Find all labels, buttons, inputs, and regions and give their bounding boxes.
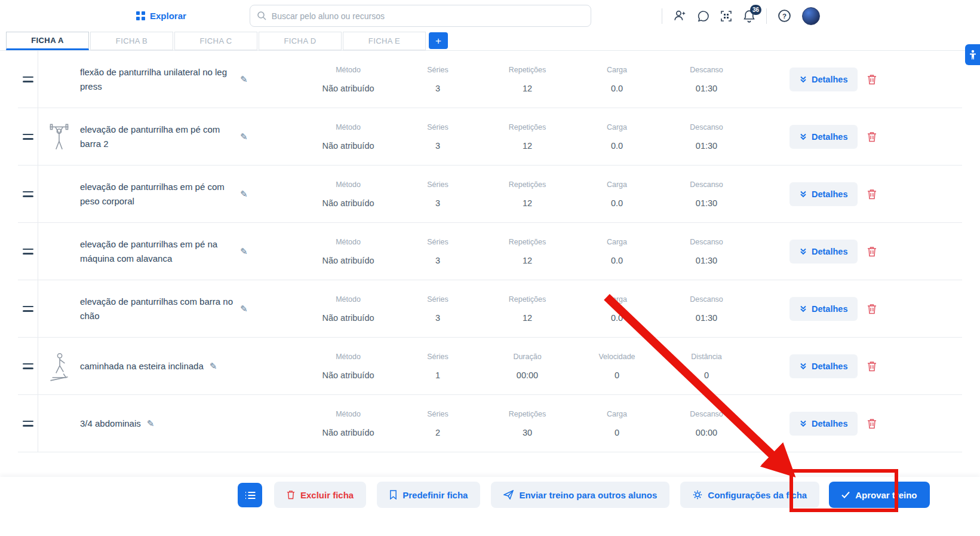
- field-label: Método: [336, 66, 361, 74]
- list-view-button[interactable]: [238, 483, 262, 507]
- field-value: 0.0: [611, 256, 623, 265]
- field: Distância0: [662, 353, 751, 380]
- svg-text:?: ?: [782, 13, 787, 20]
- field-value: 00:00: [517, 370, 538, 380]
- accessibility-widget[interactable]: [965, 44, 980, 65]
- exercise-name: flexão de panturrilha unilateral no leg …: [80, 65, 234, 93]
- drag-handle-icon[interactable]: [18, 338, 38, 394]
- details-button[interactable]: Detalhes: [789, 412, 858, 436]
- details-button[interactable]: Detalhes: [789, 125, 858, 149]
- chat-icon[interactable]: [698, 10, 709, 22]
- tab-ficha-e[interactable]: FICHA E: [343, 32, 426, 50]
- delete-sheet-button[interactable]: Excluir ficha: [274, 482, 366, 508]
- notifications-bell-icon[interactable]: 36: [743, 9, 755, 23]
- approve-training-button[interactable]: Aprovar treino: [829, 482, 929, 508]
- field-value: 12: [523, 198, 532, 208]
- details-button[interactable]: Detalhes: [789, 182, 858, 206]
- drag-handle-icon[interactable]: [18, 166, 38, 222]
- field: Séries3: [393, 66, 483, 93]
- edit-icon[interactable]: ✎: [240, 246, 248, 257]
- field-label: Séries: [427, 353, 448, 361]
- details-button[interactable]: Detalhes: [789, 297, 858, 321]
- approve-training-label: Aprovar treino: [855, 490, 917, 500]
- tab-ficha-d[interactable]: FICHA D: [259, 32, 342, 50]
- sheet-settings-button[interactable]: Configurações da ficha: [680, 482, 819, 508]
- delete-exercise-icon[interactable]: [867, 361, 877, 372]
- field: Repetições12: [483, 295, 572, 323]
- field: Séries2: [393, 410, 483, 437]
- delete-exercise-icon[interactable]: [867, 131, 877, 142]
- details-label: Detalhes: [812, 419, 847, 428]
- details-label: Detalhes: [812, 362, 847, 371]
- help-icon[interactable]: ?: [778, 9, 791, 23]
- field-value: 01:30: [696, 141, 717, 151]
- field: Carga0.0: [572, 295, 662, 323]
- edit-icon[interactable]: ✎: [210, 361, 217, 372]
- field-value: 01:30: [696, 313, 717, 323]
- preset-sheet-button[interactable]: Predefinir ficha: [377, 482, 480, 508]
- add-sheet-button[interactable]: +: [429, 32, 448, 49]
- edit-icon[interactable]: ✎: [240, 304, 248, 314]
- exercise-row: elevação de panturrilhas com barra no ch…: [18, 280, 962, 338]
- field-label: Repetições: [509, 180, 546, 189]
- divider: [662, 8, 662, 24]
- exercise-fields: MétodoNão atribuído Séries2 Repetições30…: [303, 410, 751, 437]
- qr-scan-icon[interactable]: [720, 10, 732, 22]
- field-label: Descanso: [690, 123, 723, 131]
- field: MétodoNão atribuído: [303, 238, 393, 265]
- drag-handle-icon[interactable]: [18, 51, 38, 108]
- field-value: 0.0: [611, 198, 623, 208]
- field-label: Descanso: [690, 180, 723, 189]
- details-button[interactable]: Detalhes: [789, 354, 858, 378]
- field: Velocidade0: [572, 353, 662, 380]
- field-value: 01:30: [696, 84, 717, 93]
- send-training-button[interactable]: Enviar treino para outros alunos: [491, 482, 669, 508]
- add-student-icon[interactable]: [673, 10, 687, 22]
- field-value: 12: [523, 313, 532, 323]
- field-label: Carga: [607, 180, 627, 189]
- edit-icon[interactable]: ✎: [240, 74, 248, 85]
- details-label: Detalhes: [812, 75, 847, 84]
- field-value: 12: [523, 141, 532, 151]
- field-label: Séries: [427, 238, 448, 246]
- chevron-double-down-icon: [800, 363, 807, 370]
- field: MétodoNão atribuído: [303, 410, 393, 437]
- search-bar: [250, 5, 591, 27]
- drag-handle-icon[interactable]: [18, 108, 38, 165]
- delete-exercise-icon[interactable]: [867, 418, 877, 429]
- delete-exercise-icon[interactable]: [867, 189, 877, 200]
- delete-exercise-icon[interactable]: [867, 74, 877, 85]
- details-button[interactable]: Detalhes: [789, 68, 858, 91]
- edit-icon[interactable]: ✎: [240, 131, 248, 142]
- delete-exercise-icon[interactable]: [867, 304, 877, 314]
- field: MétodoNão atribuído: [303, 180, 393, 208]
- field-label: Repetições: [509, 123, 546, 131]
- search-input[interactable]: [250, 5, 591, 27]
- accessibility-icon: [969, 50, 976, 60]
- field-label: Carga: [607, 410, 627, 418]
- drag-handle-icon[interactable]: [18, 223, 38, 280]
- tab-ficha-b[interactable]: FICHA B: [90, 32, 173, 50]
- edit-icon[interactable]: ✎: [240, 189, 248, 200]
- field-value: 1: [435, 370, 440, 380]
- user-avatar[interactable]: [802, 7, 820, 25]
- chevron-double-down-icon: [800, 76, 807, 83]
- search-icon: [257, 11, 266, 20]
- details-button[interactable]: Detalhes: [789, 240, 858, 264]
- field: Repetições30: [483, 410, 572, 437]
- drag-handle-icon[interactable]: [18, 280, 38, 337]
- tab-ficha-c[interactable]: FICHA C: [174, 32, 257, 50]
- details-label: Detalhes: [812, 189, 847, 199]
- drag-handle-icon[interactable]: [18, 395, 38, 452]
- field: Descanso01:30: [662, 180, 751, 208]
- chevron-double-down-icon: [800, 305, 807, 313]
- field-value: 0: [615, 428, 619, 437]
- explore-button[interactable]: Explorar: [136, 11, 186, 21]
- exercise-row: elevação de panturrilhas em pé na máquin…: [18, 223, 962, 280]
- field: Carga0.0: [572, 123, 662, 151]
- field-value: 3: [435, 198, 440, 208]
- header-icons: 36 ?: [662, 7, 820, 25]
- tab-ficha-a[interactable]: FICHA A: [6, 32, 89, 50]
- delete-exercise-icon[interactable]: [867, 246, 877, 257]
- edit-icon[interactable]: ✎: [147, 418, 155, 429]
